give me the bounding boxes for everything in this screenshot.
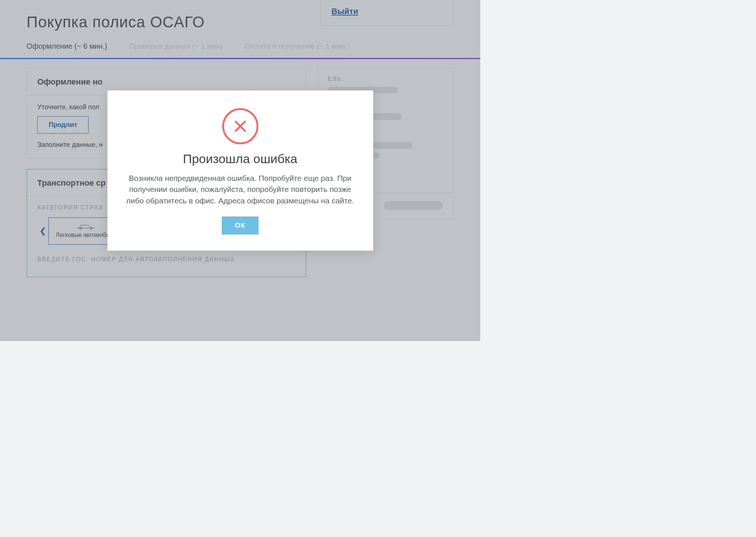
modal-body: Возникла непредвиденная ошибка. Попробуй… (122, 173, 358, 206)
error-icon (222, 108, 258, 144)
ok-button[interactable]: ОК (222, 217, 258, 234)
modal-title: Произошла ошибка (122, 152, 358, 166)
error-modal: Произошла ошибка Возникла непредвиденная… (107, 90, 373, 251)
modal-overlay[interactable]: Произошла ошибка Возникла непредвиденная… (0, 0, 480, 341)
